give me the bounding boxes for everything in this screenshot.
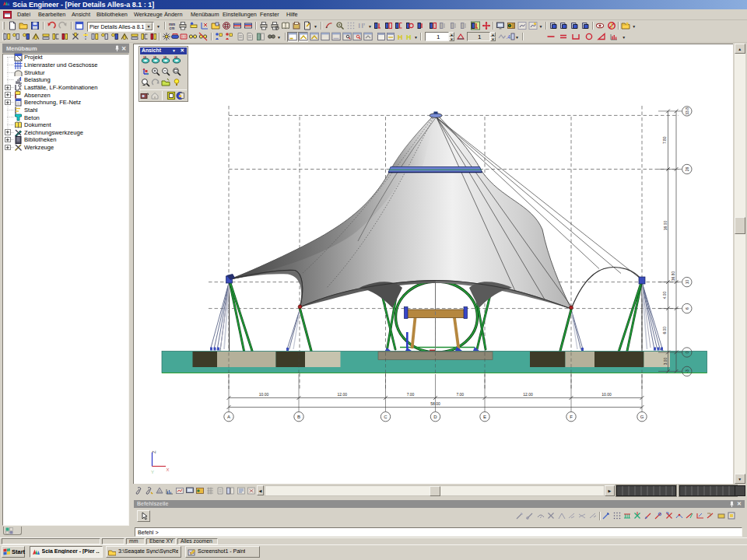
- svg-text:A: A: [227, 415, 230, 419]
- svg-text:12.00: 12.00: [523, 392, 533, 397]
- svg-text:0: 0: [686, 351, 689, 353]
- svg-text:G: G: [640, 415, 644, 419]
- svg-text:10.00: 10.00: [259, 392, 269, 397]
- svg-text:C: C: [384, 415, 388, 419]
- svg-text:X: X: [167, 467, 170, 472]
- svg-text:33.8: 33.8: [686, 107, 689, 115]
- svg-text:D: D: [433, 415, 437, 419]
- svg-text:58.00: 58.00: [430, 401, 440, 406]
- svg-text:6: 6: [686, 307, 689, 310]
- svg-text:7.00: 7.00: [407, 392, 415, 397]
- svg-text:B: B: [297, 415, 300, 419]
- svg-text:E: E: [483, 415, 486, 419]
- svg-text:4.00: 4.00: [664, 292, 668, 299]
- svg-text:10: 10: [686, 280, 689, 285]
- svg-text:Y: Y: [151, 470, 154, 474]
- svg-text:12.00: 12.00: [338, 392, 348, 397]
- svg-text:7.00: 7.00: [456, 392, 464, 397]
- svg-text:F: F: [570, 415, 573, 419]
- svg-text:3.00: 3.00: [664, 357, 668, 365]
- svg-text:16.00: 16.00: [664, 221, 668, 231]
- svg-text:7.80: 7.80: [664, 136, 668, 144]
- svg-text:6.00: 6.00: [664, 327, 668, 334]
- svg-text:36.80: 36.80: [672, 271, 675, 282]
- svg-text:26: 26: [686, 167, 689, 172]
- svg-text:Z: Z: [152, 450, 156, 453]
- svg-text:10.00: 10.00: [601, 392, 612, 397]
- svg-text:-3: -3: [686, 369, 689, 373]
